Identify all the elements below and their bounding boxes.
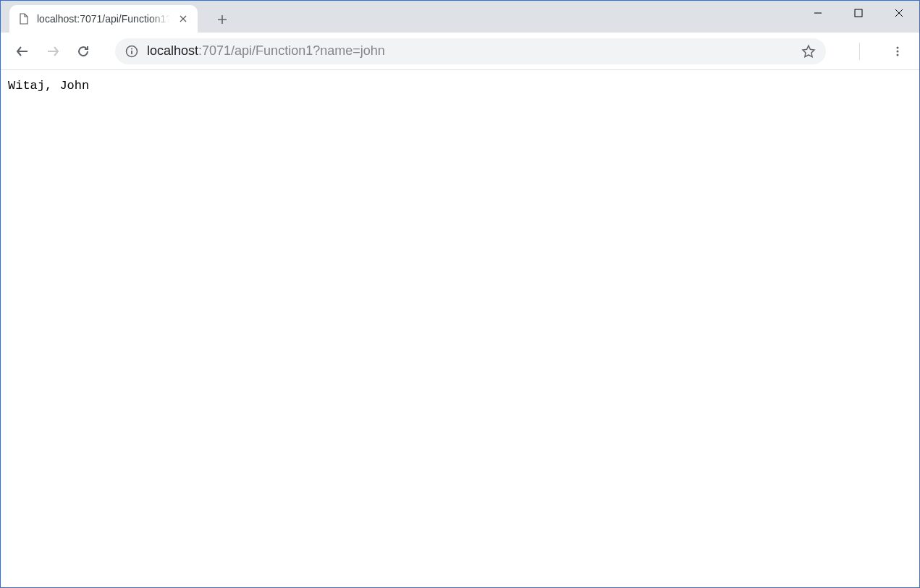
maximize-icon	[854, 9, 863, 17]
back-button[interactable]	[9, 38, 35, 64]
url-text: localhost:7071/api/Function1?name=john	[147, 43, 793, 59]
tab-close-button[interactable]	[177, 13, 189, 25]
toolbar: localhost:7071/api/Function1?name=john	[1, 33, 919, 70]
reload-icon	[76, 44, 90, 59]
response-text: Witaj, John	[8, 79, 89, 93]
site-info-button[interactable]	[125, 45, 138, 58]
reload-button[interactable]	[70, 38, 96, 64]
star-icon	[801, 44, 816, 59]
info-icon	[125, 45, 138, 58]
svg-rect-0	[855, 9, 862, 17]
tab-title: localhost:7071/api/Function1?name=john	[37, 13, 170, 25]
minimize-button[interactable]	[798, 1, 838, 25]
address-bar[interactable]: localhost:7071/api/Function1?name=john	[115, 38, 826, 64]
svg-point-4	[897, 50, 899, 52]
svg-point-2	[131, 48, 132, 49]
close-icon	[180, 15, 187, 22]
url-host: localhost	[147, 43, 198, 58]
new-tab-button[interactable]	[212, 9, 232, 30]
page-content: Witaj, John	[1, 70, 919, 101]
url-path: :7071/api/Function1?name=john	[198, 43, 385, 58]
plus-icon	[217, 14, 227, 25]
bookmark-button[interactable]	[801, 44, 816, 59]
arrow-right-icon	[46, 44, 60, 59]
toolbar-divider	[859, 43, 860, 60]
dots-vertical-icon	[892, 46, 903, 57]
close-window-button[interactable]	[879, 1, 919, 25]
browser-tab[interactable]: localhost:7071/api/Function1?name=john	[9, 5, 198, 33]
arrow-left-icon	[15, 44, 30, 59]
forward-button	[40, 38, 66, 64]
window-controls	[798, 1, 919, 25]
menu-button[interactable]	[885, 38, 911, 64]
maximize-button[interactable]	[838, 1, 879, 25]
document-icon	[18, 13, 30, 25]
svg-point-3	[897, 46, 899, 48]
close-icon	[895, 9, 903, 17]
minimize-icon	[814, 9, 822, 17]
svg-point-5	[897, 54, 899, 56]
tab-strip: localhost:7071/api/Function1?name=john	[1, 1, 919, 33]
